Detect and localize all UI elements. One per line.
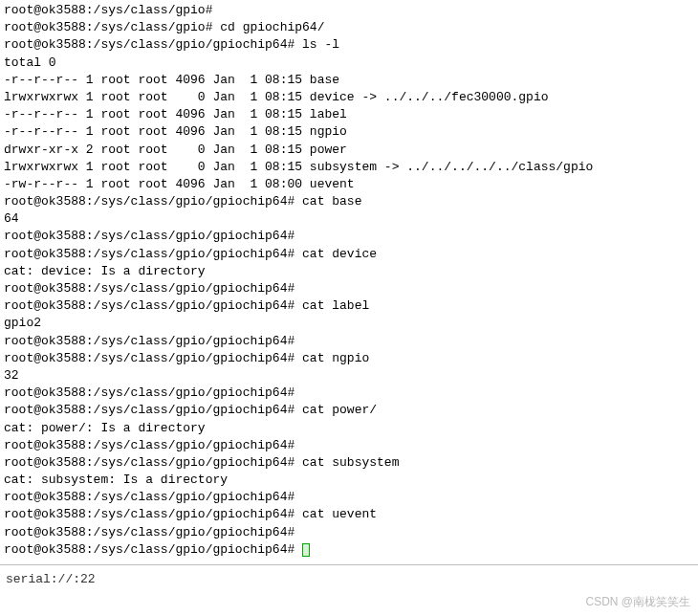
prompt-line: root@ok3588:/sys/class/gpio/gpiochip64# … [4,36,694,54]
shell-prompt: root@ok3588:/sys/class/gpio/gpiochip64# [4,351,294,365]
shell-prompt: root@ok3588:/sys/class/gpio# [4,3,212,17]
shell-prompt: root@ok3588:/sys/class/gpio/gpiochip64# [4,194,294,209]
command-text: cat subsystem [294,455,399,470]
command-text: ls -l [294,37,339,52]
prompt-line: root@ok3588:/sys/class/gpio/gpiochip64# [4,333,694,350]
prompt-line: root@ok3588:/sys/class/gpio/gpiochip64# [4,385,694,402]
prompt-line: root@ok3588:/sys/class/gpio/gpiochip64# … [4,297,694,315]
command-text: cat uevent [294,507,377,521]
output-line: cat: subsystem: Is a directory [4,472,694,489]
output-line: gpio2 [4,315,694,332]
watermark: CSDN @南栊笑笑生 [0,592,698,612]
command-text: cat label [294,298,369,313]
prompt-line: root@ok3588:/sys/class/gpio/gpiochip64# [4,280,694,297]
shell-prompt: root@ok3588:/sys/class/gpio/gpiochip64# [4,455,294,470]
prompt-line: root@ok3588:/sys/class/gpio/gpiochip64# … [4,506,694,523]
shell-prompt: root@ok3588:/sys/class/gpio/gpiochip64# [4,525,294,539]
output-line: 32 [4,367,694,385]
prompt-line: root@ok3588:/sys/class/gpio/gpiochip64# … [4,454,694,472]
terminal-output[interactable]: root@ok3588:/sys/class/gpio#root@ok3588:… [0,0,698,561]
output-line: -r--r--r-- 1 root root 4096 Jan 1 08:15 … [4,106,694,123]
shell-prompt: root@ok3588:/sys/class/gpio/gpiochip64# [4,298,294,313]
shell-prompt: root@ok3588:/sys/class/gpio# [4,20,212,34]
prompt-line: root@ok3588:/sys/class/gpio/gpiochip64# [4,489,694,506]
output-line: -r--r--r-- 1 root root 4096 Jan 1 08:15 … [4,123,694,141]
output-line: drwxr-xr-x 2 root root 0 Jan 1 08:15 pow… [4,142,694,159]
shell-prompt: root@ok3588:/sys/class/gpio/gpiochip64# [4,247,294,261]
prompt-line: root@ok3588:/sys/class/gpio/gpiochip64# … [4,350,694,367]
command-text: cat device [294,247,377,261]
output-line: -rw-r--r-- 1 root root 4096 Jan 1 08:00 … [4,176,694,193]
shell-prompt: root@ok3588:/sys/class/gpio/gpiochip64# [4,403,294,417]
shell-prompt: root@ok3588:/sys/class/gpio/gpiochip64# [4,490,294,504]
prompt-line: root@ok3588:/sys/class/gpio/gpiochip64# [4,437,694,454]
shell-prompt: root@ok3588:/sys/class/gpio/gpiochip64# [4,542,294,557]
output-line: cat: device: Is a directory [4,263,694,280]
command-text [294,542,302,557]
shell-prompt: root@ok3588:/sys/class/gpio/gpiochip64# [4,229,294,243]
status-bar: serial://:22 [0,567,698,592]
prompt-line: root@ok3588:/sys/class/gpio/gpiochip64# … [4,193,694,210]
shell-prompt: root@ok3588:/sys/class/gpio/gpiochip64# [4,281,294,296]
divider [0,564,698,565]
prompt-line: root@ok3588:/sys/class/gpio/gpiochip64# … [4,402,694,419]
prompt-line: root@ok3588:/sys/class/gpio/gpiochip64# [4,228,694,245]
prompt-line: root@ok3588:/sys/class/gpio/gpiochip64# … [4,246,694,263]
shell-prompt: root@ok3588:/sys/class/gpio/gpiochip64# [4,37,294,52]
output-line: 64 [4,210,694,228]
shell-prompt: root@ok3588:/sys/class/gpio/gpiochip64# [4,334,294,348]
cursor [302,543,310,557]
output-line: cat: power/: Is a directory [4,420,694,437]
command-text: cat ngpio [294,351,369,365]
command-text: cat base [294,194,361,209]
prompt-line: root@ok3588:/sys/class/gpio/gpiochip64# [4,524,694,541]
output-line: total 0 [4,55,694,72]
shell-prompt: root@ok3588:/sys/class/gpio/gpiochip64# [4,438,294,452]
shell-prompt: root@ok3588:/sys/class/gpio/gpiochip64# [4,385,294,400]
prompt-line: root@ok3588:/sys/class/gpio/gpiochip64# [4,541,694,559]
command-text: cd gpiochip64/ [212,20,324,34]
shell-prompt: root@ok3588:/sys/class/gpio/gpiochip64# [4,507,294,521]
prompt-line: root@ok3588:/sys/class/gpio# [4,2,694,19]
output-line: lrwxrwxrwx 1 root root 0 Jan 1 08:15 sub… [4,159,694,176]
output-line: -r--r--r-- 1 root root 4096 Jan 1 08:15 … [4,72,694,89]
prompt-line: root@ok3588:/sys/class/gpio# cd gpiochip… [4,19,694,36]
command-text: cat power/ [294,403,377,417]
output-line: lrwxrwxrwx 1 root root 0 Jan 1 08:15 dev… [4,89,694,106]
